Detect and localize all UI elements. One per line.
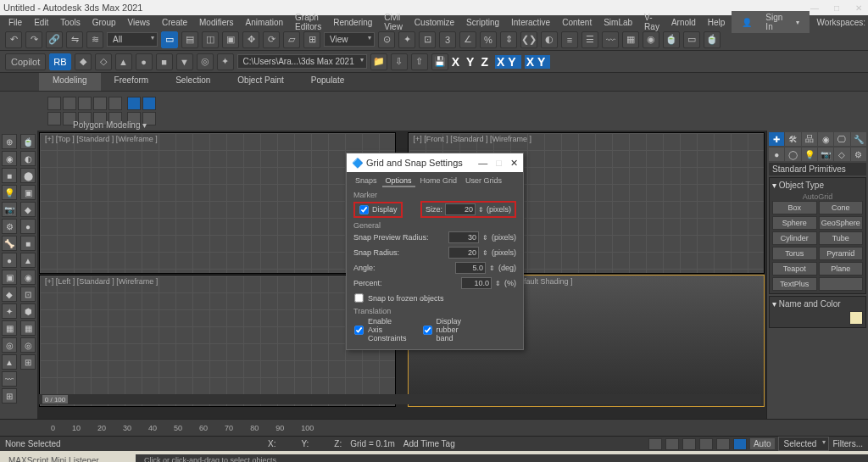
snap-preview-spinner[interactable]: 30 xyxy=(448,231,479,243)
modify-tab-icon[interactable]: 🛠 xyxy=(785,132,800,146)
primitive-sphere[interactable]: Sphere xyxy=(772,216,817,230)
named-sel-icon[interactable]: ❮❯ xyxy=(520,31,537,48)
lt2-icon[interactable]: ● xyxy=(20,219,36,234)
menu-civilview[interactable]: Civil View xyxy=(379,12,408,32)
axis-xy-button[interactable]: XY xyxy=(495,55,521,69)
material-editor-icon[interactable]: ◉ xyxy=(643,31,659,48)
primitive-pyramid[interactable]: Pyramid xyxy=(819,247,864,260)
align-icon[interactable]: ≡ xyxy=(561,31,578,48)
bind-icon[interactable]: ≋ xyxy=(86,31,103,48)
snap-radius-spinner[interactable]: 20 xyxy=(448,247,479,259)
display-tab-icon[interactable]: 🖵 xyxy=(834,132,849,146)
tool-b-icon[interactable]: ◇ xyxy=(95,53,112,70)
prev-frame-icon[interactable] xyxy=(665,438,679,450)
primitive-plane[interactable]: Plane xyxy=(819,262,864,276)
maximize-button[interactable]: □ xyxy=(831,3,843,13)
goto-end-icon[interactable] xyxy=(716,438,730,450)
rib-btn-icon[interactable] xyxy=(78,97,92,110)
menu-rendering[interactable]: Rendering xyxy=(328,17,377,28)
angle-spinner[interactable]: 5.0 xyxy=(455,262,486,274)
axis-y-button[interactable]: Y xyxy=(466,55,477,69)
percent-snap-icon[interactable]: % xyxy=(480,31,497,48)
spinner-arrows-icon[interactable]: ⇕ xyxy=(495,280,501,287)
utilities-tab-icon[interactable]: 🔧 xyxy=(851,132,866,146)
lt-icon[interactable]: ✦ xyxy=(2,303,17,319)
lt2-icon[interactable]: ◉ xyxy=(20,270,36,285)
viewport-left[interactable]: [+] [Left ] [Standard ] [Wireframe ] xyxy=(39,275,396,407)
dialog-tab-snaps[interactable]: Snaps xyxy=(352,175,381,187)
lt2-icon[interactable]: ◎ xyxy=(20,337,36,353)
lt-icon[interactable]: ▣ xyxy=(2,270,17,285)
minimize-button[interactable]: — xyxy=(809,3,821,13)
primitive-torus[interactable]: Torus xyxy=(772,247,817,260)
primitive-cylinder[interactable]: Cylinder xyxy=(772,231,817,245)
motion-tab-icon[interactable]: ◉ xyxy=(818,132,833,146)
rubber-band-checkbox[interactable] xyxy=(423,326,431,334)
rotate-icon[interactable]: ⟳ xyxy=(263,31,280,48)
signin-button[interactable]: 👤Sign In ▾ xyxy=(732,11,810,33)
primitive-geosphere[interactable]: GeoSphere xyxy=(819,216,864,230)
curve-editor-icon[interactable]: 〰 xyxy=(602,31,619,48)
select-region-icon[interactable]: ◫ xyxy=(202,31,219,48)
layers-icon[interactable]: ☰ xyxy=(581,31,598,48)
dialog-tab-options[interactable]: Options xyxy=(382,175,415,187)
render-setup-icon[interactable]: 🍵 xyxy=(663,31,680,48)
keymode-icon[interactable]: ⊡ xyxy=(419,31,436,48)
select-name-icon[interactable]: ▤ xyxy=(181,31,198,48)
menu-file[interactable]: File xyxy=(3,17,27,28)
lt2-icon[interactable]: 🍵 xyxy=(20,134,36,149)
tool-a-icon[interactable]: ◆ xyxy=(75,53,92,70)
menu-scripting[interactable]: Scripting xyxy=(461,17,504,28)
menu-tools[interactable]: Tools xyxy=(55,17,85,28)
marker-size-spinner[interactable]: 20 xyxy=(445,203,476,215)
filters-button[interactable]: Filters... xyxy=(832,439,863,448)
dialog-close-icon[interactable]: ✕ xyxy=(510,158,518,169)
link-icon[interactable]: 🔗 xyxy=(46,31,63,48)
spinner-arrows-icon[interactable]: ⇕ xyxy=(482,234,488,242)
project-path-dropdown[interactable]: C:\Users\Ara...\3ds Max 2021 xyxy=(237,54,367,69)
lt2-icon[interactable]: ◆ xyxy=(20,202,36,217)
rib-btn-icon[interactable] xyxy=(127,97,141,110)
systems-icon[interactable]: ⚙ xyxy=(851,148,866,161)
lt-icon[interactable]: 💡 xyxy=(2,185,17,200)
selection-filter-dropdown[interactable]: All xyxy=(107,32,158,47)
menu-simlab[interactable]: SimLab xyxy=(598,17,637,28)
ribbon-tab-populate[interactable]: Populate xyxy=(298,73,358,91)
play-icon[interactable] xyxy=(682,438,696,450)
spinner-arrows-icon[interactable]: ⇕ xyxy=(482,249,488,257)
rb-button[interactable]: RB xyxy=(49,53,70,70)
menu-customize[interactable]: Customize xyxy=(409,17,459,28)
menu-help[interactable]: Help xyxy=(703,17,731,28)
helpers-icon[interactable]: ◇ xyxy=(834,148,849,161)
ribbon-tab-objectpaint[interactable]: Object Paint xyxy=(224,73,297,91)
snap-toggle-icon[interactable]: 3 xyxy=(439,31,456,48)
lights-icon[interactable]: 💡 xyxy=(802,148,817,161)
hierarchy-tab-icon[interactable]: 品 xyxy=(802,132,817,146)
dialog-tab-usergrids[interactable]: User Grids xyxy=(462,175,505,187)
axis-constraints-checkbox[interactable] xyxy=(354,326,363,334)
next-frame-icon[interactable] xyxy=(699,438,713,450)
copilot-button[interactable]: Copilot xyxy=(5,53,46,70)
tool-e-icon[interactable]: ■ xyxy=(156,53,173,70)
menu-modifiers[interactable]: Modifiers xyxy=(194,17,239,28)
lt-icon[interactable]: ◉ xyxy=(2,151,17,166)
ribbon-tab-modeling[interactable]: Modeling xyxy=(39,73,101,91)
lt2-icon[interactable]: ⬢ xyxy=(20,303,36,319)
primitive-textplus[interactable]: TextPlus xyxy=(772,277,817,291)
time-slider-thumb[interactable]: 0 / 100 xyxy=(42,395,68,404)
render-icon[interactable]: 🍵 xyxy=(704,31,721,48)
listener-label[interactable]: MAXScript Mini Listener xyxy=(0,456,136,463)
viewport-top[interactable]: [+] [Top ] [Standard ] [Wireframe ] xyxy=(39,132,396,274)
placement-icon[interactable]: ⊞ xyxy=(303,31,320,48)
menu-vray[interactable]: V-Ray xyxy=(639,12,665,32)
menu-content[interactable]: Content xyxy=(557,17,597,28)
lt-icon[interactable]: ▦ xyxy=(2,320,17,336)
axis-z-button[interactable]: Z xyxy=(481,55,492,69)
export-icon[interactable]: ⇧ xyxy=(411,53,428,70)
dialog-titlebar[interactable]: 🔷 Grid and Snap Settings — □ ✕ xyxy=(347,153,523,172)
primitive-dropdown[interactable]: Standard Primitives xyxy=(769,163,866,175)
lt2-icon[interactable]: ▣ xyxy=(20,185,36,200)
rib-btn-icon[interactable] xyxy=(47,112,61,125)
primitive-cone[interactable]: Cone xyxy=(819,201,864,214)
lt2-icon[interactable]: ⬤ xyxy=(20,168,36,183)
